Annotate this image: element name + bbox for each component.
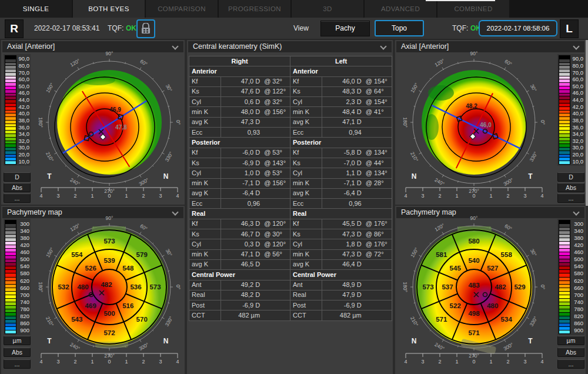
tab-combined[interactable]: COMBINED <box>437 0 509 18</box>
scale-label: 80,0 <box>16 62 29 69</box>
scale-label: 500 <box>570 256 583 263</box>
more-options-button[interactable]: ... <box>4 193 31 203</box>
param-label: Ecc <box>189 128 221 138</box>
ruler-label: 1 <box>91 193 93 198</box>
ruler-label: 4 <box>39 193 42 198</box>
param-value: 0,94 <box>322 128 392 138</box>
angle-label: 60° <box>139 223 148 232</box>
more-options-button[interactable]: ... <box>4 359 31 369</box>
k-value-label: 46,9 <box>109 106 121 113</box>
zone-value: 482 <box>495 283 506 290</box>
scrollbar-thumb[interactable] <box>586 40 588 206</box>
scale-label: 420 <box>16 241 29 248</box>
scale-band <box>5 330 16 333</box>
param-value: 0,96 <box>322 199 392 209</box>
abs-button[interactable]: Abs <box>557 183 584 192</box>
zone-value: 558 <box>501 251 513 258</box>
angle-label: 180° <box>402 117 408 128</box>
param-label: Ks <box>189 158 221 168</box>
scale-label: 540 <box>16 263 29 270</box>
tab-3d[interactable]: 3D <box>292 0 363 18</box>
nasal-label: N <box>163 172 169 181</box>
tab-comparison[interactable]: COMPARISON <box>146 0 218 18</box>
abs-button[interactable]: Abs <box>4 348 31 357</box>
lock-button[interactable] <box>136 19 155 38</box>
scale-label: 60,0 <box>16 76 29 83</box>
param-label: Ant <box>189 280 221 290</box>
tab-advanced[interactable]: ADVANCED <box>365 0 436 18</box>
scale-label: 36,0 <box>16 123 29 131</box>
right-eye-button[interactable]: R <box>5 19 24 38</box>
ruler-label: 4 <box>540 193 543 198</box>
pachymetry-map-left-eye: 90°60°30°0°330°300°270°240°210°180°150°1… <box>396 211 552 368</box>
zone-value: 522 <box>450 302 461 309</box>
zone-value: 483 <box>468 282 479 289</box>
temporal-label: T <box>528 337 533 345</box>
abs-button[interactable]: Abs <box>4 183 31 192</box>
zone-value: 554 <box>71 251 83 258</box>
more-options-button[interactable]: ... <box>557 359 584 369</box>
zone-value: 548 <box>122 265 134 272</box>
param-value: 46,7 D@ 30° <box>221 229 290 239</box>
scale-label: 30,0 <box>16 144 29 151</box>
angle-label: 330° <box>164 151 174 162</box>
ruler-label: 3 <box>159 359 162 365</box>
tab-progression[interactable]: PROGRESSION <box>219 0 290 18</box>
param-value: 47,3 D <box>221 117 290 127</box>
keratometry-select[interactable]: Central keratometry (SimK) <box>188 41 392 52</box>
tab-both-eyes[interactable]: BOTH EYES <box>73 0 145 18</box>
zone-value: 580 <box>468 238 479 245</box>
scale-label: 10,0 <box>16 158 29 165</box>
left-eye-button[interactable]: L <box>560 19 579 38</box>
zone-value: 469 <box>85 302 96 309</box>
param-value: -7,1 D@ 28° <box>322 178 392 188</box>
zone-value: 543 <box>71 316 82 323</box>
table-row: Ant49,2 DAnt48,9 D <box>189 280 392 290</box>
ruler-label: 3 <box>421 359 424 365</box>
window-edge-highlight <box>426 0 495 1</box>
param-value: 49,2 D <box>221 280 290 290</box>
topo-view-button[interactable]: Topo <box>375 20 424 36</box>
scale-label: 90,0 <box>16 55 29 62</box>
scale-label: 660 <box>570 284 583 291</box>
param-label: avg K <box>189 117 221 127</box>
angle-label: 240° <box>433 342 445 352</box>
scale-label: 820 <box>570 313 583 320</box>
pachymetry-panel-right-eye: Pachymetry map 3003403804204605005405806… <box>1 206 185 374</box>
vertical-scrollbar[interactable] <box>586 40 588 374</box>
angle-label: 30° <box>529 83 538 92</box>
param-value: -6,9 D <box>221 300 290 310</box>
scale-label: 620 <box>570 277 583 284</box>
pachy-view-button[interactable]: Pachy <box>320 21 370 36</box>
angle-label: 240° <box>69 342 81 352</box>
param-value: 47,9 D <box>322 290 392 300</box>
scale-label: 32,0 <box>570 138 583 145</box>
more-options-button[interactable]: ... <box>557 193 584 203</box>
param-label: Ks <box>189 229 221 239</box>
param-value: 47,1 D <box>322 117 392 127</box>
ruler-label: 4 <box>176 359 179 365</box>
zone-value: 570 <box>136 316 148 323</box>
scale-label: 46,0 <box>16 89 29 96</box>
ruler-label: 2 <box>506 359 509 365</box>
tqf-left-label: TQF: <box>452 18 468 39</box>
abs-button[interactable]: Abs <box>557 348 584 357</box>
param-label: Ant <box>290 280 322 290</box>
left-exam-datetime-select[interactable]: 2022-02-17 08:58:06 <box>479 20 557 36</box>
scale-label: 38,0 <box>570 117 583 124</box>
unit-button[interactable]: µm <box>4 336 31 345</box>
tqf-right-status: OK <box>126 18 136 39</box>
view-label: View <box>293 18 309 39</box>
tab-single[interactable]: SINGLE <box>0 0 72 18</box>
param-label: Post <box>189 300 221 310</box>
unit-button[interactable]: D <box>557 172 584 182</box>
ruler-label: 4 <box>540 359 543 365</box>
unit-button[interactable]: µm <box>557 336 584 345</box>
tab-bar: SINGLEBOTH EYESCOMPARISONPROGRESSION3DAD… <box>0 0 588 18</box>
angle-label: 30° <box>165 83 173 92</box>
param-label: avg K <box>290 188 322 198</box>
unit-button[interactable]: D <box>4 172 31 182</box>
axial-map-panel-right-eye: Axial [Anterior] 90,080,070,060,050,046,… <box>1 40 185 205</box>
ruler-label: 3 <box>159 193 162 198</box>
angle-label: 90° <box>470 51 478 56</box>
